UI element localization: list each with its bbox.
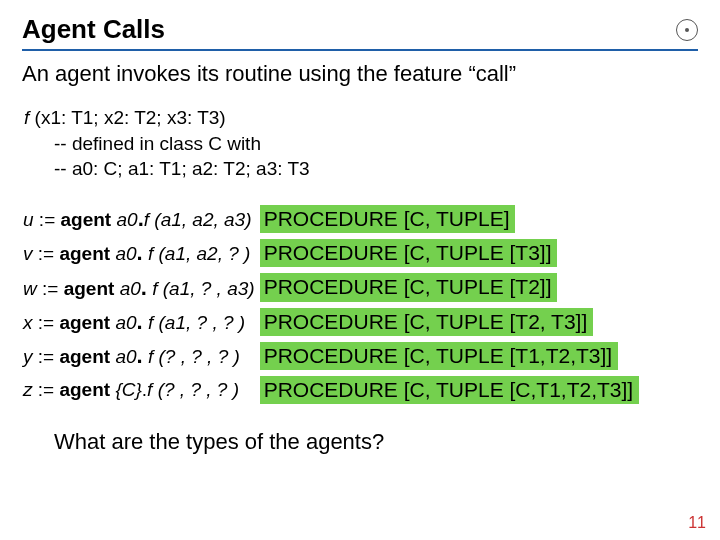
signature-line-2: -- defined in class C with [24,131,698,157]
agent-target: a0 [116,209,137,230]
agent-var: y [23,346,33,367]
agent-kw: agent [64,278,115,299]
agent-var: w [23,278,37,299]
signature-line-1: f (x1: T1; x2: T2; x3: T3) [24,105,698,131]
agent-kw: agent [59,243,110,264]
agent-rhs: PROCEDURE [C, TUPLE [T3]] [259,238,641,268]
table-row: v := agent a0. f (a1, a2, ? ) PROCEDURE … [22,238,640,268]
agent-target: a0 [120,278,141,299]
agent-lhs: w := agent a0. f (a1, ? , a3) [22,272,259,302]
agent-dot: . [137,343,143,368]
agent-call: f (a1, a2, a3) [144,209,252,230]
agent-kw: agent [59,379,110,400]
agent-table: u := agent a0.f (a1, a2, a3) PROCEDURE [… [22,200,640,410]
sig-args: (x1: T1; x2: T2; x3: T3) [29,107,225,128]
agent-lhs: z := agent {C}.f (? , ? , ? ) [22,375,259,405]
logo-icon [676,19,698,41]
agent-target: a0 [115,346,136,367]
procedure-type: PROCEDURE [C, TUPLE [T2, T3]] [260,308,594,336]
procedure-type: PROCEDURE [C, TUPLE [T3]] [260,239,558,267]
agent-assign: := [34,209,61,230]
agent-dot: . [137,309,143,334]
agent-dot: . [141,275,147,300]
agent-target: a0 [115,312,136,333]
agent-rhs: PROCEDURE [C, TUPLE [T1,T2,T3]] [259,341,641,371]
agent-var: x [23,312,33,333]
table-row: y := agent a0. f (? , ? , ? ) PROCEDURE … [22,341,640,371]
agent-rhs: PROCEDURE [C, TUPLE [T2, T3]] [259,307,641,337]
agent-assign: := [33,312,60,333]
agent-target: a0 [115,243,136,264]
agent-lhs: u := agent a0.f (a1, a2, a3) [22,204,259,234]
agent-rhs: PROCEDURE [C, TUPLE [C,T1,T2,T3]] [259,375,641,405]
table-row: z := agent {C}.f (? , ? , ? ) PROCEDURE … [22,375,640,405]
agent-dot: . [137,240,143,265]
table-row: w := agent a0. f (a1, ? , a3) PROCEDURE … [22,272,640,302]
table-row: x := agent a0. f (a1, ? , ? ) PROCEDURE … [22,307,640,337]
agent-rhs: PROCEDURE [C, TUPLE [T2]] [259,272,641,302]
signature-line-3: -- a0: C; a1: T1; a2: T2; a3: T3 [24,156,698,182]
agent-var: v [23,243,33,264]
procedure-type: PROCEDURE [C, TUPLE [C,T1,T2,T3]] [260,376,640,404]
agent-call: f (a1, ? , ? ) [148,312,245,333]
question-text: What are the types of the agents? [54,429,698,455]
procedure-type: PROCEDURE [C, TUPLE] [260,205,516,233]
agent-lhs: y := agent a0. f (? , ? , ? ) [22,341,259,371]
agent-assign: := [33,346,60,367]
agent-assign: := [33,379,60,400]
agent-assign: := [33,243,60,264]
procedure-type: PROCEDURE [C, TUPLE [T1,T2,T3]] [260,342,619,370]
agent-call: f (a1, a2, ? ) [148,243,250,264]
procedure-type: PROCEDURE [C, TUPLE [T2]] [260,273,558,301]
agent-var: u [23,209,34,230]
table-row: u := agent a0.f (a1, a2, a3) PROCEDURE [… [22,204,640,234]
agent-call: f (? , ? , ? ) [148,346,240,367]
agent-kw: agent [59,346,110,367]
slide-title: Agent Calls [22,14,165,45]
agent-call: f (? , ? , ? ) [147,379,239,400]
intro-text: An agent invokes its routine using the f… [22,61,698,87]
slide: Agent Calls An agent invokes its routine… [0,0,720,540]
title-row: Agent Calls [22,14,698,51]
page-number: 11 [688,514,706,532]
agent-lhs: x := agent a0. f (a1, ? , ? ) [22,307,259,337]
agent-assign: := [37,278,64,299]
agent-rhs: PROCEDURE [C, TUPLE] [259,204,641,234]
agent-call: f (a1, ? , a3) [152,278,254,299]
agent-kw: agent [59,312,110,333]
agent-kw: agent [61,209,112,230]
signature-block: f (x1: T1; x2: T2; x3: T3) -- defined in… [24,105,698,182]
agent-target: {C} [115,379,141,400]
agent-lhs: v := agent a0. f (a1, a2, ? ) [22,238,259,268]
agent-var: z [23,379,33,400]
